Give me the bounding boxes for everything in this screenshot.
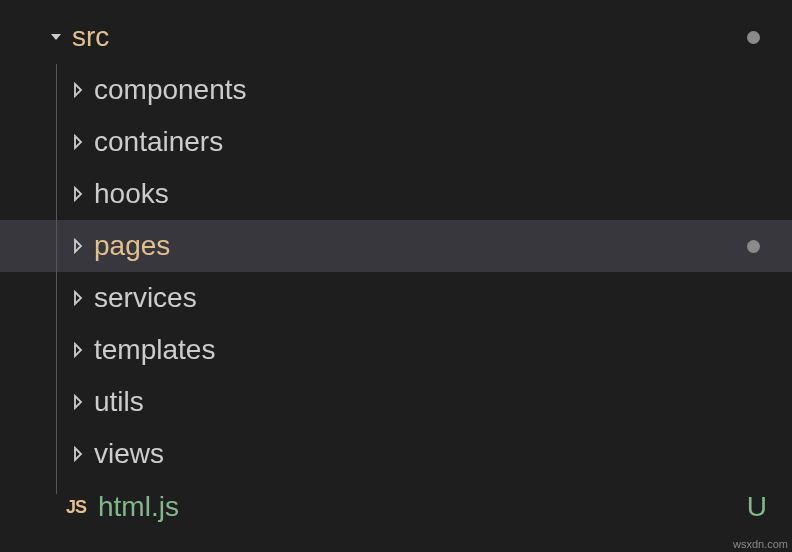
tree-folder-views[interactable]: views <box>0 428 792 480</box>
tree-folder-components[interactable]: components <box>0 64 792 116</box>
tree-folder-pages[interactable]: pages <box>0 220 792 272</box>
folder-label: views <box>94 440 164 468</box>
git-status-untracked: U <box>747 491 767 523</box>
tree-folder-templates[interactable]: templates <box>0 324 792 376</box>
modified-dot-icon <box>747 240 760 253</box>
folder-label: components <box>94 76 247 104</box>
chevron-right-icon <box>68 236 88 256</box>
tree-folder-utils[interactable]: utils <box>0 376 792 428</box>
chevron-right-icon <box>68 184 88 204</box>
folder-label: src <box>72 23 109 51</box>
chevron-down-icon <box>46 27 66 47</box>
tree-file-html-js[interactable]: JS html.js U <box>0 480 792 534</box>
tree-folder-hooks[interactable]: hooks <box>0 168 792 220</box>
tree-folder-src[interactable]: src <box>0 10 792 64</box>
tree-folder-containers[interactable]: containers <box>0 116 792 168</box>
file-label: html.js <box>98 493 179 521</box>
folder-label: pages <box>94 232 170 260</box>
folder-label: services <box>94 284 197 312</box>
watermark: wsxdn.com <box>733 538 788 550</box>
folder-label: templates <box>94 336 215 364</box>
chevron-right-icon <box>68 288 88 308</box>
chevron-right-icon <box>68 80 88 100</box>
file-tree: src components containers hooks <box>0 0 792 552</box>
chevron-right-icon <box>68 132 88 152</box>
chevron-right-icon <box>68 340 88 360</box>
folder-label: utils <box>94 388 144 416</box>
tree-folder-services[interactable]: services <box>0 272 792 324</box>
modified-dot-icon <box>747 31 760 44</box>
js-file-icon: JS <box>62 497 90 518</box>
chevron-right-icon <box>68 392 88 412</box>
folder-label: hooks <box>94 180 169 208</box>
folder-label: containers <box>94 128 223 156</box>
chevron-right-icon <box>68 444 88 464</box>
